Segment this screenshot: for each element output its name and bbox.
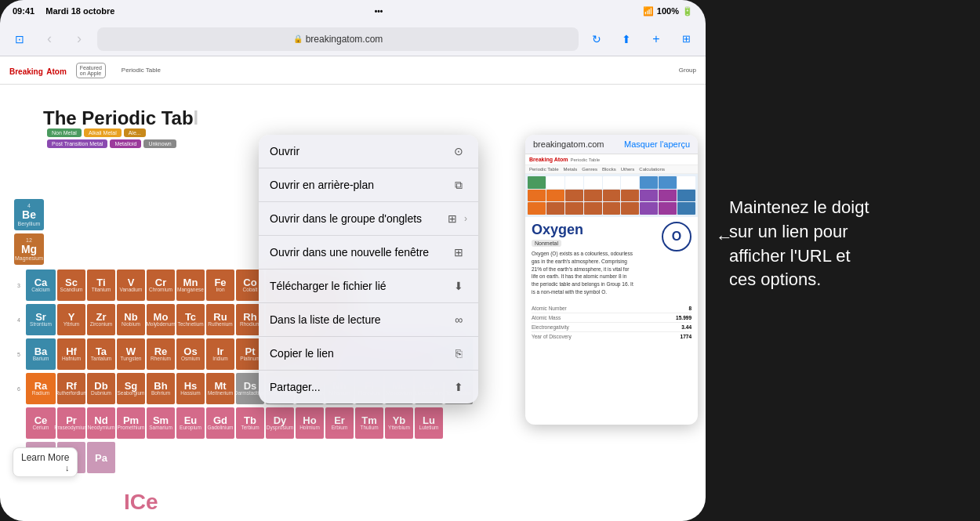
el-cr: CrChromium xyxy=(147,270,175,301)
periodic-table-title: The Periodic Tabl xyxy=(43,107,198,129)
cat-alkali: Alkali Metal xyxy=(84,128,122,137)
el-sg: SgSeaborgium xyxy=(117,373,145,404)
menu-arriere-plan-icon: ⧉ xyxy=(450,176,467,194)
mg-element: 12 Mg Magnesium xyxy=(14,233,44,265)
el-rf: RfRutherfordium xyxy=(57,373,85,404)
el-mn: MnManganese xyxy=(176,270,205,301)
forward-button[interactable]: › xyxy=(67,27,91,51)
preview-info-table: Atomic Number 8 Atomic Mass 15.999 Elect… xyxy=(525,301,698,344)
el-db: DbDubnium xyxy=(87,373,115,404)
mg-symbol: Mg xyxy=(21,243,37,256)
cat-metalloid: Metalloid xyxy=(110,139,141,148)
menu-item-liste-lecture[interactable]: Dans la liste de lecture ∞ xyxy=(259,303,478,337)
menu-item-ouvrir[interactable]: Ouvrir ⊙ xyxy=(259,135,478,168)
el-sr: SrStrontium xyxy=(26,304,56,335)
site-header: Breaking Atom Featuredon Apple Periodic … xyxy=(0,56,706,85)
el-ta: TaTantalum xyxy=(87,338,115,370)
menu-liste-lecture-label: Dans la liste de lecture xyxy=(270,313,450,326)
el-w: WTungsten xyxy=(117,338,145,370)
side-annotation: Maintenez le doigt sur un lien pour affi… xyxy=(729,196,964,292)
info-label-atomic-mass: Atomic Mass xyxy=(532,315,561,320)
menu-liste-lecture-icon: ∞ xyxy=(450,311,467,328)
el-ce: CeCerium xyxy=(26,407,56,439)
be-symbol: Be xyxy=(22,208,36,222)
lock-icon: 🔒 xyxy=(293,34,303,43)
el-yb: YbYtterbium xyxy=(385,407,413,439)
preview-element-grid xyxy=(525,174,698,217)
el-re: ReRhenium xyxy=(147,338,175,370)
sidebar-toggle-button[interactable]: ⊡ xyxy=(8,27,31,51)
el-ru: RuRuthenium xyxy=(206,304,234,335)
back-button[interactable]: ‹ xyxy=(38,27,61,51)
group-label: Group xyxy=(679,67,696,74)
el-pm: PmPromethium xyxy=(117,407,145,439)
preview-header: breakingatom.com Masquer l'aperçu xyxy=(525,135,698,154)
menu-groupe-onglets-label: Ouvrir dans le groupe d'onglets xyxy=(270,212,444,225)
share-button[interactable]: ⬆ xyxy=(615,27,638,51)
browser-content: Breaking Atom Featuredon Apple Periodic … xyxy=(0,56,706,521)
preview-panel: breakingatom.com Masquer l'aperçu Breaki… xyxy=(525,135,698,425)
el-er: ErErbium xyxy=(325,407,354,439)
info-value-atomic-mass: 15.999 xyxy=(676,315,691,320)
tabs-button[interactable]: ⊞ xyxy=(674,27,698,51)
menu-groupe-onglets-arrow: › xyxy=(464,213,467,224)
side-note-line2: sur un lien pour xyxy=(729,222,848,241)
el-bh: BhBohrium xyxy=(147,373,175,404)
category-legend: Non Metal Alkali Metal Ale... Post Trans… xyxy=(47,128,204,148)
el-pa2: Pa xyxy=(87,442,115,473)
breaking-atom-logo: Breaking xyxy=(9,67,43,76)
time: 09:41 xyxy=(13,6,34,16)
nav-links: Periodic Table xyxy=(122,67,161,74)
new-tab-button[interactable]: + xyxy=(644,27,668,51)
url-text: breakingatom.com xyxy=(306,34,383,45)
info-row-discovery: Year of Discovery 1774 xyxy=(532,332,691,341)
el-hf: HfHafnium xyxy=(57,338,85,370)
el-fe: FeIron xyxy=(206,270,234,301)
reload-button[interactable]: ↻ xyxy=(585,27,608,51)
el-os: OsOsmium xyxy=(176,338,205,370)
cat-nonmetal: Non Metal xyxy=(47,128,82,137)
el-tb: TbTerbium xyxy=(236,407,264,439)
menu-item-copier-lien[interactable]: Copier le lien ⎘ xyxy=(259,337,478,371)
el-sm: SmSamarium xyxy=(147,407,175,439)
status-right: 📶 100% 🔋 xyxy=(643,6,693,16)
status-left: 09:41 Mardi 18 octobre xyxy=(13,6,114,16)
context-menu: Ouvrir ⊙ Ouvrir en arrière-plan ⧉ Ouvrir… xyxy=(259,135,478,403)
menu-item-groupe-onglets[interactable]: Ouvrir dans le groupe d'onglets ⊞ › xyxy=(259,202,478,236)
el-ra: RaRadium xyxy=(26,373,56,404)
menu-nouvelle-fenetre-label: Ouvrir dans une nouvelle fenêtre xyxy=(270,246,450,259)
info-value-atomic-number: 8 xyxy=(688,306,691,311)
side-note-line3: afficher l'URL et xyxy=(729,246,851,266)
site-logo: Breaking Atom xyxy=(9,63,67,78)
menu-item-arriere-plan[interactable]: Ouvrir en arrière-plan ⧉ xyxy=(259,168,478,202)
info-row-atomic-number: Atomic Number 8 xyxy=(532,304,691,313)
be-element: 4 Be Beryllium xyxy=(14,199,44,230)
menu-item-telecharger[interactable]: Télécharger le fichier lié ⬇ xyxy=(259,270,478,303)
menu-item-nouvelle-fenetre[interactable]: Ouvrir dans une nouvelle fenêtre ⊞ xyxy=(259,236,478,270)
info-label-discovery: Year of Discovery xyxy=(532,334,572,339)
battery-label: 100% xyxy=(657,6,679,16)
preview-nav: Periodic TableMetalsGenresBlocksUthersCa… xyxy=(525,165,698,174)
el-dy: DyDysprosium xyxy=(266,407,294,439)
date: Mardi 18 octobre xyxy=(45,6,114,16)
menu-ouvrir-icon: ⊙ xyxy=(450,143,467,160)
learn-more-label: Learn More xyxy=(21,452,69,463)
info-row-electronegativity: Electronegativity 3.44 xyxy=(532,323,691,332)
pt-row-1 xyxy=(13,165,25,196)
cat-posttrans: Post Transition Metal xyxy=(47,139,107,148)
info-row-atomic-mass: Atomic Mass 15.999 xyxy=(532,313,691,323)
el-eu: EuEuropium xyxy=(176,407,205,439)
preview-oxygen-text: Oxygen (O) exists as a colourless, odour… xyxy=(532,250,633,296)
el-ba: BaBarium xyxy=(26,338,56,370)
address-bar[interactable]: 🔒 breakingatom.com xyxy=(97,27,579,51)
preview-nonmetal-tag: Nonmetal xyxy=(532,240,561,247)
status-bar: 09:41 Mardi 18 octobre ••• 📶 100% 🔋 xyxy=(0,0,706,22)
preview-hide-button[interactable]: Masquer l'aperçu xyxy=(624,139,690,149)
learn-more-button[interactable]: Learn More ↓ xyxy=(13,447,78,477)
preview-oxygen-section: Oxygen Nonmetal Oxygen (O) exists as a c… xyxy=(525,217,698,301)
cat-alkaline: Ale... xyxy=(124,128,146,137)
el-ho: HoHolmium xyxy=(296,407,324,439)
preview-oxygen-symbol: O xyxy=(662,222,691,251)
learn-more-arrow: ↓ xyxy=(21,463,69,472)
menu-item-partager[interactable]: Partager... ⬆ xyxy=(259,371,478,403)
